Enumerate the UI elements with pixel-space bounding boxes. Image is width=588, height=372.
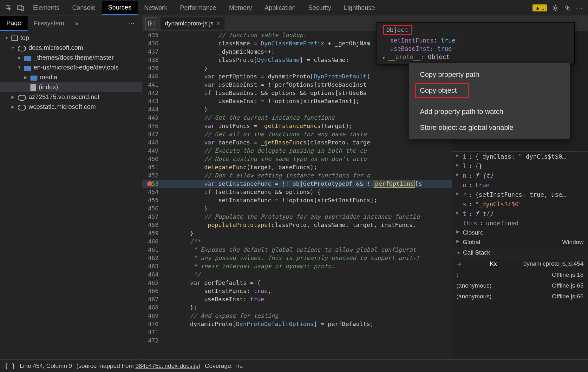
scope-variable[interactable]: o: true [452,180,588,190]
line-number[interactable]: 443 [142,97,162,105]
callstack-frame[interactable]: (anonymous)Offline.js:65 [452,280,588,291]
scope-variable[interactable]: ▶t: f t() [452,209,588,218]
inspect-icon[interactable] [3,2,15,14]
menu-store-global[interactable]: Store object as global variable [409,120,570,136]
scope-variable[interactable]: ▶r: {setInstFuncs: true, use… [452,190,588,199]
subtab-page[interactable]: Page [0,16,28,31]
warning-badge[interactable]: ▲ 1 [532,4,547,11]
code-line[interactable]: 451 delegateFunc(target, baseFuncs); [142,163,452,171]
more-icon[interactable]: ⋯ [573,2,585,14]
line-number[interactable]: 472 [142,336,162,345]
line-number[interactable]: 453 [142,180,162,188]
code-line[interactable]: 457 // Populate the Prototype for any ov… [142,213,452,221]
line-number[interactable]: 437 [142,48,162,56]
code-line[interactable]: 469 // And expose for testing [142,312,452,320]
scope-variable[interactable]: this: undefined [452,218,588,228]
code-line[interactable]: 464 */ [142,270,452,279]
line-number[interactable]: 445 [142,114,162,122]
object-proto[interactable]: ▶__proto__: Object [376,53,574,61]
code-line[interactable]: 452 // Don't allow setting instance func… [142,171,452,180]
device-toggle-icon[interactable] [15,2,27,14]
code-line[interactable]: 471 [142,328,452,336]
scope-variable[interactable]: ▶n: f (t) [452,171,588,180]
tab-performance[interactable]: Performance [174,1,223,15]
scope-closure[interactable]: ▶Closure [452,228,588,237]
code-line[interactable]: 450 // Note casting the same type as we … [142,155,452,163]
line-number[interactable]: 435 [142,31,162,39]
line-number[interactable]: 450 [142,155,162,163]
settings-icon[interactable] [549,2,561,14]
code-line[interactable]: 439 } [142,64,452,72]
code-editor[interactable]: 435 // function table lookup.436 classNa… [142,31,452,359]
line-number[interactable]: 448 [142,138,162,147]
object-property[interactable]: setInstFuncs: true [376,36,574,44]
code-line[interactable]: 468 }; [142,303,452,312]
tree-file[interactable]: (index) [0,82,142,92]
code-line[interactable]: 444 } [142,105,452,114]
line-number[interactable]: 442 [142,89,162,97]
feedback-icon[interactable] [561,2,573,14]
line-number[interactable]: 456 [142,204,162,213]
tree-folder[interactable]: ▶ media [0,72,142,82]
callstack-frame[interactable]: Kxdynamicproto-js.js:454 [452,258,588,269]
callstack-header[interactable]: ▼Call Stack [452,247,588,258]
tree-top[interactable]: ▼ top [0,33,142,43]
subtab-filesystem[interactable]: Filesystem [28,17,71,30]
line-number[interactable]: 438 [142,56,162,64]
code-line[interactable]: 465 var perfDefaults = { [142,279,452,287]
line-number[interactable]: 465 [142,279,162,287]
code-line[interactable]: 446 var instFuncs = _getInstanceFuncs(ta… [142,122,452,130]
tab-elements[interactable]: Elements [27,1,66,15]
file-tab[interactable]: dynamicproto-js.js × [160,17,225,30]
tab-console[interactable]: Console [66,1,101,15]
line-number[interactable]: 468 [142,303,162,312]
line-number[interactable]: 454 [142,188,162,196]
code-line[interactable]: 459 } [142,229,452,237]
code-line[interactable]: 467 useBaseInst: true [142,295,452,303]
line-number[interactable]: 462 [142,254,162,262]
line-number[interactable]: 470 [142,320,162,328]
line-number[interactable]: 449 [142,147,162,155]
tree-domain[interactable]: ▶ wcpstatic.microsoft.com [0,102,142,112]
tree-domain[interactable]: ▶ az725175.vo.msecnd.net [0,92,142,102]
line-number[interactable]: 464 [142,270,162,279]
scope-variable[interactable]: s: "_dynCls$t$0" [452,199,588,209]
code-line[interactable]: 447 // Get all of the functions for any … [142,130,452,138]
line-number[interactable]: 446 [142,122,162,130]
line-number[interactable]: 444 [142,105,162,114]
line-number[interactable]: 457 [142,213,162,221]
code-line[interactable]: 462 * any passed values. This is primari… [142,254,452,262]
pretty-print-icon[interactable]: { } [4,362,15,369]
code-line[interactable]: 441 var useBaseInst = !!perfOptions[strU… [142,81,452,89]
code-line[interactable]: 445 // Get the current instance function… [142,114,452,122]
tab-network[interactable]: Network [138,1,173,15]
line-number[interactable]: 440 [142,72,162,81]
tab-lighthouse[interactable]: Lighthouse [337,1,381,15]
line-number[interactable]: 439 [142,64,162,72]
code-line[interactable]: 456 } [142,204,452,213]
tree-domain[interactable]: ▼ docs.microsoft.com [0,43,142,53]
close-tab-icon[interactable]: × [217,20,220,27]
line-number[interactable]: 466 [142,287,162,295]
navigator-more-icon[interactable]: ⋯ [121,16,142,31]
code-line[interactable]: 460 /** [142,237,452,246]
code-line[interactable]: 455 setInstanceFunc = !!options[strSetIn… [142,196,452,204]
toggle-navigator-icon[interactable] [145,17,157,30]
callstack-frame[interactable]: tOffline.js:18 [452,269,588,280]
scope-variable[interactable]: ▶i: {_dynClass: "_dynCls$t$0… [452,152,588,161]
code-line[interactable]: 472 [142,336,452,345]
code-line[interactable]: 458 _populatePrototype(classProto, class… [142,221,452,229]
line-number[interactable]: 467 [142,295,162,303]
code-line[interactable]: 443 useBaseInst = !!options[strUseBaseIn… [142,97,452,105]
more-subtabs-icon[interactable]: » [70,17,83,30]
line-number[interactable]: 458 [142,221,162,229]
tab-security[interactable]: Security [302,1,337,15]
tab-application[interactable]: Application [258,1,302,15]
line-number[interactable]: 441 [142,81,162,89]
scope-variable[interactable]: ▶l: {} [452,161,588,171]
code-line[interactable]: 442 if (useBaseInst && options && option… [142,89,452,97]
menu-add-watch[interactable]: Add property path to watch [409,104,570,120]
line-number[interactable]: 447 [142,130,162,138]
tree-folder[interactable]: ▶ _themes/docs.theme/master [0,53,142,63]
object-property[interactable]: useBaseInst: true [376,44,574,53]
